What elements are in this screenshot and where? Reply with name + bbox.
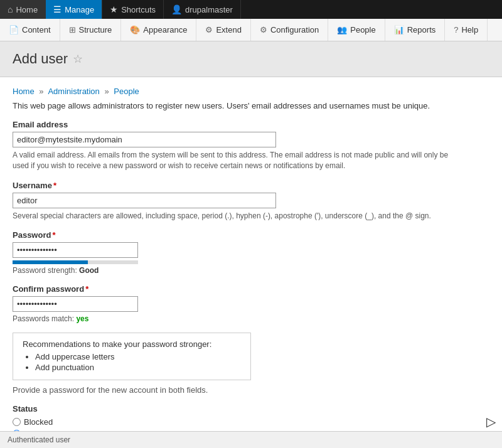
password-input[interactable]: [13, 242, 138, 258]
breadcrumb-home[interactable]: Home: [13, 87, 35, 96]
top-nav-manage[interactable]: ☰ Manage: [46, 0, 102, 19]
top-navigation: ⌂ Home ☰ Manage ★ Shortcuts 👤 drupalmast…: [0, 0, 502, 19]
main-nav-reports-label: Reports: [407, 25, 436, 35]
main-nav-help[interactable]: ? Help: [445, 19, 488, 41]
status-blocked-label: Blocked: [24, 417, 53, 427]
people-icon: 👥: [337, 25, 347, 35]
password-strength-label: Password strength: Good: [13, 266, 489, 275]
top-nav-shortcuts[interactable]: ★ Shortcuts: [102, 0, 164, 19]
shortcuts-star-icon: ★: [110, 4, 118, 14]
breadcrumb-administration[interactable]: Administration: [48, 87, 99, 96]
page-title: Add user: [13, 51, 68, 67]
recommendations-title: Recommendations to make your password st…: [23, 339, 211, 349]
content-area: Home » Administration » People This web …: [0, 77, 502, 448]
password-strength-bar: [13, 260, 88, 264]
email-label: Email address: [13, 120, 489, 129]
main-nav-reports[interactable]: 📊 Reports: [385, 19, 446, 41]
top-nav-user-label: drupalmaster: [185, 5, 233, 14]
confirm-password-label: Confirm password*: [13, 284, 489, 294]
username-label: Username*: [13, 181, 489, 190]
main-nav-structure[interactable]: ⊞ Structure: [60, 19, 122, 41]
username-required: *: [53, 181, 56, 190]
passwords-match-label: Passwords match: yes: [13, 314, 489, 323]
confirm-password-required: *: [85, 284, 88, 294]
recommendation-item-2: Add punctuation: [35, 363, 241, 372]
top-nav-user[interactable]: 👤 drupalmaster: [164, 0, 241, 19]
main-nav-extend[interactable]: ⚙ Extend: [196, 19, 250, 41]
top-nav-home[interactable]: ⌂ Home: [0, 0, 46, 19]
home-icon: ⌂: [8, 4, 13, 14]
help-icon: ?: [454, 25, 458, 35]
breadcrumb-sep-1: »: [39, 87, 43, 96]
reports-icon: 📊: [394, 25, 404, 35]
breadcrumb-sep-2: »: [104, 87, 109, 96]
password-strength-value: Good: [79, 266, 99, 275]
status-label: Status: [13, 404, 489, 413]
top-nav-manage-label: Manage: [65, 5, 94, 14]
provide-password-hint: Provide a password for the new account i…: [13, 385, 489, 395]
recommendations-list: Add uppercase letters Add punctuation: [23, 352, 241, 372]
main-nav-content[interactable]: 📄 Content: [0, 19, 60, 41]
email-hint: A valid email address. All emails from t…: [13, 150, 452, 171]
recommendation-item-1: Add uppercase letters: [35, 352, 241, 361]
main-nav-configuration[interactable]: ⚙ Configuration: [251, 19, 328, 41]
confirm-password-input[interactable]: [13, 296, 138, 312]
main-nav-appearance[interactable]: 🎨 Appearance: [121, 19, 196, 41]
main-nav-people[interactable]: 👥 People: [328, 19, 385, 41]
footer-bar: Authenticated user: [0, 431, 502, 448]
password-label: Password*: [13, 230, 489, 240]
main-nav-extend-label: Extend: [216, 25, 241, 35]
username-input[interactable]: [13, 193, 276, 208]
cursor-icon: ▷: [486, 414, 496, 429]
main-nav-structure-label: Structure: [79, 25, 112, 35]
username-hint: Several special characters are allowed, …: [13, 211, 452, 221]
page-description: This web page allows administrators to r…: [13, 101, 489, 110]
top-nav-shortcuts-label: Shortcuts: [121, 5, 156, 14]
username-group: Username* Several special characters are…: [13, 181, 489, 221]
status-blocked-option[interactable]: Blocked: [13, 417, 489, 427]
main-navigation: 📄 Content ⊞ Structure 🎨 Appearance ⚙ Ext…: [0, 19, 502, 41]
favorite-star-icon[interactable]: ☆: [73, 52, 83, 66]
breadcrumb: Home » Administration » People: [13, 87, 489, 96]
page-header: Add user ☆: [0, 41, 502, 77]
footer-authenticated-user: Authenticated user: [8, 435, 70, 444]
user-icon: 👤: [171, 4, 182, 14]
appearance-icon: 🎨: [130, 25, 140, 35]
extend-icon: ⚙: [205, 25, 213, 35]
main-nav-people-label: People: [350, 25, 375, 35]
main-nav-appearance-label: Appearance: [143, 25, 187, 35]
top-nav-home-label: Home: [16, 5, 38, 14]
breadcrumb-people[interactable]: People: [114, 87, 139, 96]
main-nav-content-label: Content: [22, 25, 51, 35]
password-strength-bar-container: [13, 260, 138, 264]
email-group: Email address A valid email address. All…: [13, 120, 489, 171]
status-blocked-radio[interactable]: [13, 418, 21, 426]
configuration-icon: ⚙: [260, 25, 267, 35]
confirm-password-group: Confirm password* Passwords match: yes: [13, 284, 489, 323]
main-nav-configuration-label: Configuration: [270, 25, 319, 35]
manage-icon: ☰: [53, 4, 61, 14]
passwords-match-value: yes: [76, 314, 88, 323]
password-group: Password* Password strength: Good: [13, 230, 489, 275]
recommendations-box: Recommendations to make your password st…: [13, 333, 251, 380]
password-required: *: [52, 230, 55, 240]
main-nav-help-label: Help: [461, 25, 478, 35]
structure-icon: ⊞: [69, 25, 76, 35]
email-input[interactable]: [13, 132, 276, 147]
content-icon: 📄: [9, 25, 19, 35]
